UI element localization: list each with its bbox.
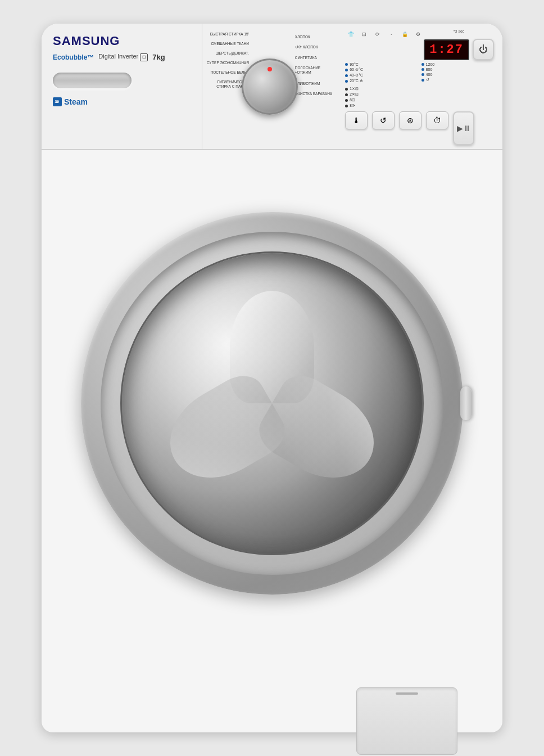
mode-icons-row: 👕 ⊡ ⟳ · 🔒 ⚙	[345, 29, 424, 39]
play-pause-button[interactable]: ▶⏸	[453, 111, 474, 145]
program-cotton: ХЛОПОК	[295, 35, 332, 39]
program-drain-spin: СЛИВ/ОТЖИМ	[295, 82, 332, 86]
steam-icon	[53, 97, 62, 106]
brand-name: SAMSUNG	[53, 34, 191, 48]
digital-inverter-label: Digital Inverter ⊡	[98, 53, 148, 61]
play-pause-icon: ▶⏸	[457, 124, 471, 133]
program-labels-right: ХЛОПОК ↺⟳ ХЛОПОК СИНТЕТИКА ПОЛОСКАНИЕ+ОТ…	[295, 35, 332, 96]
door-area	[42, 150, 502, 656]
spin-column: 1200 800 400 ↺	[421, 62, 494, 83]
spin-800: 800	[421, 68, 494, 71]
function-buttons: 🌡 ↺ ⊛ ⏱ ▶⏸	[345, 111, 494, 145]
controls-section: 👕 ⊡ ⟳ · 🔒 ⚙ *3 sec 1:27 ⏻	[337, 24, 502, 149]
door-top-handle[interactable]	[53, 73, 132, 88]
program-bed: ПОСТЕЛЬНОЕ БЕЛЬЕ	[207, 70, 249, 74]
spin-400: 400	[421, 73, 494, 76]
icon-lock: 🔒	[399, 29, 410, 39]
extra-1a: 1✕⊡	[345, 87, 418, 91]
icon-temp-dot: ·	[386, 29, 397, 39]
drum-inner	[122, 253, 422, 554]
temp-90: 90°C	[345, 62, 418, 66]
brand-section: SAMSUNG Ecobubble™ Digital Inverter ⊡ 7k…	[42, 24, 202, 149]
door-middle-ring	[101, 232, 443, 575]
temperature-column: 90°C 60-⊙°C 40-⊙°C 20°C ❄	[345, 62, 418, 83]
filter-notch	[396, 692, 418, 695]
door-handle-right[interactable]	[460, 386, 472, 420]
extra-1b: 2✕⊡	[345, 92, 418, 97]
washing-machine: SAMSUNG Ecobubble™ Digital Inverter ⊡ 7k…	[42, 24, 502, 732]
door-glass[interactable]	[120, 251, 424, 555]
spin-no: ↺	[421, 78, 494, 82]
rinse-button[interactable]: ↺	[372, 111, 395, 129]
features-row: Ecobubble™ Digital Inverter ⊡ 7kg	[53, 53, 191, 61]
filter-panel[interactable]	[356, 687, 457, 755]
lcd-display: 1:27	[424, 39, 469, 60]
program-wool: ШЕРСТЬ/ДЕЛИКАТ.	[207, 51, 249, 55]
power-icon: ⏻	[479, 44, 488, 55]
program-fast: БЫСТРАЯ СТИРКА 15'	[207, 32, 249, 36]
program-synth: СИНТЕТИКА	[295, 56, 332, 60]
bottom-area	[42, 656, 502, 756]
program-dial[interactable]	[242, 58, 298, 115]
lcd-time: 1:27	[429, 43, 464, 57]
steam-section: Steam	[53, 97, 191, 106]
weight-label: 7kg	[152, 53, 165, 61]
temp-60: 60-⊙°C	[345, 68, 418, 72]
icon-tshirt: 👕	[345, 29, 356, 39]
spin-button[interactable]: ⊛	[399, 111, 421, 129]
program-drum-clean: ОЧИСТКА БАРАБАНА	[295, 92, 332, 96]
extra-1d: 8⟳	[345, 104, 418, 108]
timer-label: *3 sec	[454, 29, 464, 33]
top-panel: SAMSUNG Ecobubble™ Digital Inverter ⊡ 7k…	[42, 24, 502, 150]
icon-settings: ⚙	[412, 29, 424, 39]
ecobubble-label: Ecobubble™	[53, 53, 94, 61]
icon-spin: ⟳	[372, 29, 383, 39]
program-eco-cotton: ↺⟳ ХЛОПОК	[295, 45, 332, 50]
temp-40: 40-⊙°C	[345, 73, 418, 78]
temp-20: 20°C ❄	[345, 79, 418, 83]
program-mixed: СМЕШАННЫЕ ТКАНИ	[207, 42, 249, 46]
door-outer-ring	[81, 212, 463, 595]
power-button[interactable]: ⏻	[473, 39, 494, 60]
program-eco: СУПЕР ЭКОНОМИЧНАЯ	[207, 61, 249, 65]
inverter-icon: ⊡	[140, 53, 148, 61]
program-selector: БЫСТРАЯ СТИРКА 15' СМЕШАННЫЕ ТКАНИ ШЕРСТ…	[202, 24, 337, 149]
extra-col-1: 1✕⊡ 2✕⊡ 8⊡ 8⟳	[345, 87, 418, 108]
program-rinse-spin: ПОЛОСКАНИЕ+ОТЖИМ	[295, 66, 332, 75]
delay-button[interactable]: ⏱	[426, 111, 448, 129]
temp-spin-grid: 90°C 60-⊙°C 40-⊙°C 20°C ❄	[345, 62, 494, 108]
temp-button[interactable]: 🌡	[345, 111, 368, 129]
steam-label: Steam	[64, 97, 88, 106]
extra-1c: 8⊡	[345, 98, 418, 102]
spin-1200: 1200	[421, 62, 494, 66]
icon-wash: ⊡	[359, 29, 370, 39]
